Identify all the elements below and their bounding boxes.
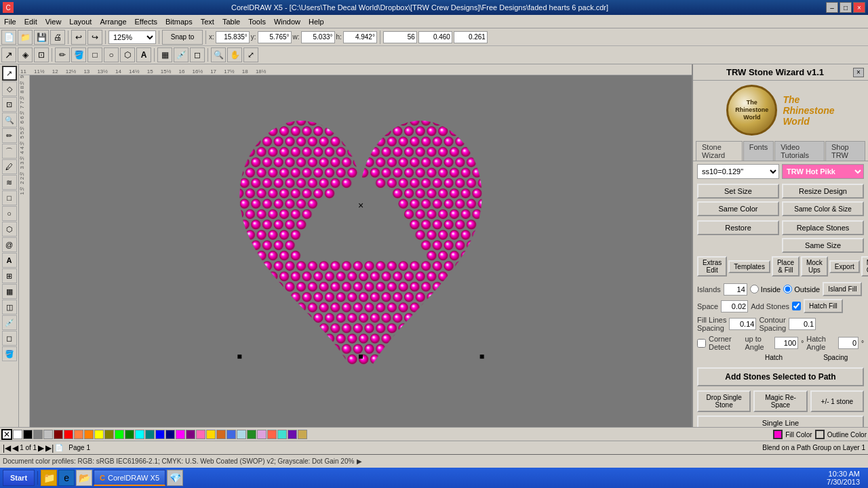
same-color-btn[interactable]: Same Color	[697, 201, 779, 216]
set-size-btn[interactable]: Set Size	[697, 184, 779, 199]
palette-orange1[interactable]	[74, 430, 83, 439]
magic-glitter-btn[interactable]: Magic Glitter	[861, 256, 868, 277]
palette-red[interactable]	[64, 430, 73, 439]
palette-olive[interactable]	[104, 430, 114, 439]
menu-tools[interactable]: Tools	[244, 17, 270, 26]
palette-gold[interactable]	[206, 430, 216, 439]
mock-ups-btn[interactable]: Mock Ups	[801, 256, 828, 277]
no-color-swatch[interactable]: ✕	[1, 429, 12, 440]
palette-lime[interactable]	[115, 430, 124, 439]
canvas-paper[interactable]: 1½ 2 2½ 3 3½ 4 4½ 5 5½ 6 6½ 7 7½ 8 8½ 9 …	[19, 75, 692, 427]
palette-cyan[interactable]	[135, 430, 144, 439]
y-coord[interactable]	[258, 31, 292, 43]
add-stones-checkbox[interactable]	[792, 302, 801, 310]
taskbar-rhinestone[interactable]: 💎	[167, 470, 183, 486]
tool-calligraphy[interactable]: 🖊	[2, 159, 17, 174]
palette-gray[interactable]	[33, 430, 43, 439]
add-page-btn[interactable]: 📄	[55, 444, 63, 451]
page-first-btn[interactable]: |◀	[3, 443, 11, 453]
tool-freehand2[interactable]: ✏	[2, 128, 17, 143]
tool-select[interactable]: ↗	[2, 66, 17, 81]
menu-view[interactable]: View	[41, 17, 66, 26]
hatch-angle-input[interactable]	[838, 337, 859, 349]
redo-btn[interactable]: ↪	[87, 30, 102, 45]
palette-tomato[interactable]	[267, 430, 277, 439]
drop-single-stone-btn[interactable]: Drop Single Stone	[697, 390, 751, 412]
menu-edit[interactable]: Edit	[20, 17, 41, 26]
palette-forestgreen[interactable]	[247, 430, 256, 439]
space-input[interactable]	[721, 300, 748, 312]
tool-rect2[interactable]: □	[2, 190, 17, 205]
palette-magenta[interactable]	[176, 430, 185, 439]
outside-radio[interactable]	[783, 285, 792, 293]
maximize-button[interactable]: □	[840, 2, 852, 13]
palette-plum[interactable]	[257, 430, 267, 439]
palette-black[interactable]	[23, 430, 33, 439]
inside-radio[interactable]	[750, 285, 759, 293]
tool-table2[interactable]: ⊞	[2, 268, 17, 283]
page-prev-btn[interactable]: ◀	[12, 443, 18, 453]
same-size-btn[interactable]: Same Size	[782, 238, 864, 253]
w-input[interactable]	[301, 31, 335, 43]
same-color-size-btn[interactable]: Same Color & Size	[782, 201, 864, 216]
tool-interactive[interactable]: ▦	[2, 284, 17, 299]
connector-tool[interactable]: ⤢	[243, 47, 258, 62]
contour-spacing-input[interactable]	[789, 318, 816, 330]
zoom-dropdown[interactable]: 125%	[108, 30, 156, 44]
pan-tool[interactable]: ✋	[227, 47, 242, 62]
nav-video[interactable]: Video Tutorials	[774, 141, 825, 161]
crop-tool[interactable]: ⊡	[34, 47, 49, 62]
menu-file[interactable]: File	[0, 17, 20, 26]
extra-val1[interactable]	[383, 31, 417, 43]
palette-yellow[interactable]	[94, 430, 104, 439]
menu-arrange[interactable]: Arrange	[96, 17, 130, 26]
palette-chocolate[interactable]	[216, 430, 226, 439]
interactive-tool[interactable]: ▦	[157, 47, 172, 62]
start-button[interactable]: Start	[3, 470, 35, 486]
rect-tool[interactable]: □	[87, 47, 102, 62]
extra-val3[interactable]	[454, 31, 488, 43]
angle-input[interactable]	[774, 337, 798, 349]
tool-bezier[interactable]: ⌒	[2, 144, 17, 159]
print-btn[interactable]: 🖨	[50, 30, 65, 45]
menu-table[interactable]: Table	[218, 17, 244, 26]
tool-zoom2[interactable]: 🔍	[2, 113, 17, 127]
magic-re-space-btn[interactable]: Magic Re-Space	[753, 390, 807, 412]
rhinestone-canvas[interactable]	[30, 75, 692, 427]
text-tool[interactable]: A	[136, 47, 151, 62]
palette-maroon[interactable]	[54, 430, 63, 439]
tool-eyedropper2[interactable]: 💉	[2, 315, 17, 330]
tool-text2[interactable]: A	[2, 253, 17, 268]
menu-window[interactable]: Window	[270, 17, 304, 26]
wizard-close-btn[interactable]: ×	[853, 68, 864, 77]
taskbar-file-explorer[interactable]: 📁	[41, 470, 57, 486]
smart-fill[interactable]: 🪣	[71, 47, 86, 62]
hatch-fill-btn[interactable]: Hatch Fill	[804, 299, 843, 313]
outline-tool[interactable]: ◻	[190, 47, 205, 62]
polygon-tool[interactable]: ⬡	[120, 47, 135, 62]
pick-tool[interactable]: ↗	[1, 47, 16, 62]
new-btn[interactable]: 📄	[1, 30, 16, 45]
tool-node[interactable]: ◇	[2, 81, 17, 96]
tool-crop2[interactable]: ⊡	[2, 97, 17, 112]
snap-btn[interactable]: Snap to	[162, 30, 203, 45]
palette-hotpink[interactable]	[196, 430, 205, 439]
palette-teal[interactable]	[145, 430, 155, 439]
freehand-tool[interactable]: ✏	[55, 47, 70, 62]
stone-size-dropdown[interactable]: ss10=0.129"	[697, 164, 779, 179]
island-fill-btn[interactable]: Island Fill	[823, 282, 862, 296]
palette-violet[interactable]	[288, 430, 297, 439]
palette-white[interactable]	[13, 430, 22, 439]
nav-stone-wizard[interactable]: Stone Wizard	[696, 141, 743, 161]
shape-tool[interactable]: ◈	[18, 47, 33, 62]
templates-btn[interactable]: Templates	[728, 260, 770, 273]
palette-blue[interactable]	[155, 430, 165, 439]
extra-val2[interactable]	[418, 31, 452, 43]
palette-silver[interactable]	[43, 430, 53, 439]
export-btn[interactable]: Export	[829, 260, 860, 273]
close-button[interactable]: ×	[853, 2, 865, 13]
tool-polygon2[interactable]: ⬡	[2, 222, 17, 237]
tool-fill[interactable]: 🪣	[2, 346, 17, 361]
eyedropper-tool[interactable]: 💉	[174, 47, 189, 62]
minimize-button[interactable]: –	[826, 2, 838, 13]
